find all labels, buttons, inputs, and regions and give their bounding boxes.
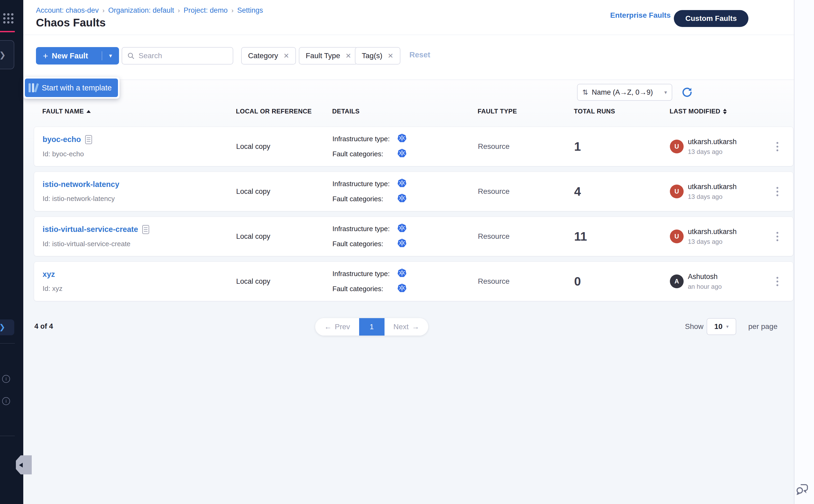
column-label: LAST MODIFIED [670, 108, 720, 115]
table-row: istio-virtual-service-create Id: istio-v… [34, 217, 793, 256]
search-box [122, 47, 233, 65]
fault-name-link[interactable]: istio-virtual-service-create [43, 225, 138, 234]
nav-expand-panel[interactable]: ❯ [0, 40, 14, 69]
row-menu-icon[interactable] [772, 187, 783, 196]
close-icon[interactable]: ✕ [283, 52, 289, 60]
sidebar-expand-button[interactable]: ❯ [0, 319, 14, 335]
sort-select-value: Name (A→Z, 0→9) [592, 88, 653, 97]
enterprise-faults-link[interactable]: Enterprise Faults [610, 11, 671, 20]
filter-chip-category[interactable]: Category ✕ [241, 47, 296, 65]
fault-categories-label: Fault categories: [332, 195, 397, 203]
kubernetes-icon [397, 149, 406, 159]
kubernetes-icon [397, 178, 406, 189]
fault-id: Id: istio-virtual-service-create [43, 240, 236, 248]
new-fault-label: New Fault [52, 52, 88, 60]
modified-by-user: utkarsh.utkarsh [688, 228, 737, 236]
info-icon[interactable]: i [2, 397, 10, 405]
breadcrumb-settings[interactable]: Settings [237, 6, 263, 15]
custom-faults-button[interactable]: Custom Faults [674, 10, 748, 27]
prev-page-button[interactable]: ← Prev [315, 318, 359, 336]
breadcrumb-account[interactable]: Account: chaos-dev [36, 6, 99, 15]
left-nav-rail: ❯ ❯ i i [0, 0, 23, 504]
per-page-value: 10 [714, 322, 722, 331]
filter-chip-fault-type[interactable]: Fault Type ✕ [299, 47, 358, 65]
modified-by-user: utkarsh.utkarsh [688, 138, 737, 146]
sort-select[interactable]: ⇅ Name (A→Z, 0→9) ▾ [577, 84, 672, 101]
total-runs: 4 [574, 184, 670, 199]
faults-table: byoc-echo Id: byoc-echo Local copy Infra… [34, 127, 793, 301]
result-count: 4 of 4 [34, 322, 53, 331]
next-page-button[interactable]: Next → [385, 318, 428, 336]
kubernetes-icon [397, 283, 406, 294]
infrastructure-type-label: Infrastructure type: [332, 135, 397, 143]
row-menu-icon[interactable] [772, 142, 783, 151]
column-label: TOTAL RUNS [574, 108, 615, 115]
manifest-copy-icon[interactable] [85, 135, 92, 144]
page-title: Chaos Faults [36, 16, 106, 29]
menu-item-start-with-template[interactable]: Start with a template [25, 79, 118, 97]
avatar: U [670, 230, 684, 243]
total-runs: 11 [574, 229, 670, 244]
fault-name-link[interactable]: xyz [43, 270, 55, 279]
menu-item-label: Start with a template [42, 84, 112, 92]
local-or-reference: Local copy [236, 187, 332, 196]
refresh-icon[interactable] [681, 86, 693, 98]
local-or-reference: Local copy [236, 232, 332, 241]
avatar: U [670, 185, 684, 198]
column-label: FAULT TYPE [478, 108, 517, 115]
filter-chip-tags[interactable]: Tag(s) ✕ [355, 47, 400, 65]
toolbar: + New Fault ▾ Start with a template Cate… [23, 35, 794, 80]
fault-categories-label: Fault categories: [332, 240, 397, 248]
new-fault-button[interactable]: + New Fault ▾ [36, 47, 119, 65]
divider [0, 436, 15, 436]
breadcrumb-organization[interactable]: Organization: default [108, 6, 174, 15]
column-header-last-modified[interactable]: LAST MODIFIED [670, 108, 762, 115]
chevron-down-icon[interactable]: ▾ [102, 52, 119, 59]
pager: ← Prev 1 Next → [315, 318, 428, 336]
app-launcher-icon[interactable] [3, 13, 14, 24]
fault-name-link[interactable]: byoc-echo [43, 135, 81, 144]
table-header-row: FAULT NAME LOCAL OR REFERENCE DETAILS FA… [34, 108, 783, 115]
table-row: byoc-echo Id: byoc-echo Local copy Infra… [34, 127, 793, 166]
fault-categories-label: Fault categories: [332, 150, 397, 158]
column-header-fault-type: FAULT TYPE [478, 108, 574, 115]
right-panel-strip [794, 0, 814, 504]
filter-chip-label: Category [248, 52, 278, 60]
sort-asc-icon [86, 110, 91, 113]
chevron-left-icon [19, 463, 23, 468]
manifest-copy-icon[interactable] [142, 225, 149, 234]
info-icon[interactable]: i [2, 375, 10, 383]
template-library-icon [29, 83, 38, 92]
per-page-select[interactable]: 10 ▾ [707, 318, 736, 335]
close-icon[interactable]: ✕ [345, 52, 351, 60]
avatar: A [670, 274, 684, 288]
column-header-fault-name[interactable]: FAULT NAME [42, 108, 236, 115]
breadcrumb-project[interactable]: Project: demo [184, 6, 228, 15]
row-menu-icon[interactable] [772, 232, 783, 241]
filter-chip-label: Fault Type [306, 52, 340, 60]
column-header-local-or-reference: LOCAL OR REFERENCE [236, 108, 332, 115]
infrastructure-type-label: Infrastructure type: [332, 225, 397, 233]
fault-type: Resource [478, 232, 574, 241]
modified-time: 13 days ago [688, 193, 737, 200]
search-icon [127, 52, 135, 60]
column-label: FAULT NAME [42, 108, 84, 115]
chevron-right-icon: ❯ [0, 50, 6, 59]
sort-both-icon [723, 109, 727, 114]
reset-filters-link[interactable]: Reset [409, 51, 430, 59]
table-row: istio-network-latency Id: istio-network-… [34, 172, 793, 211]
arrow-right-icon: → [412, 323, 419, 331]
chat-help-icon[interactable] [795, 482, 810, 498]
page-number-active[interactable]: 1 [359, 318, 385, 336]
column-header-details: DETAILS [332, 108, 478, 115]
row-menu-icon[interactable] [772, 277, 783, 286]
search-input[interactable] [139, 52, 228, 60]
fault-name-link[interactable]: istio-network-latency [43, 180, 119, 189]
chevron-down-icon: ▾ [726, 324, 729, 329]
sort-arrows-icon: ⇅ [582, 88, 588, 97]
breadcrumb-separator: › [231, 7, 234, 14]
close-icon[interactable]: ✕ [388, 52, 394, 60]
plus-icon: + [43, 51, 48, 61]
sidebar-collapse-handle[interactable] [16, 455, 32, 474]
column-label: LOCAL OR REFERENCE [236, 108, 312, 115]
